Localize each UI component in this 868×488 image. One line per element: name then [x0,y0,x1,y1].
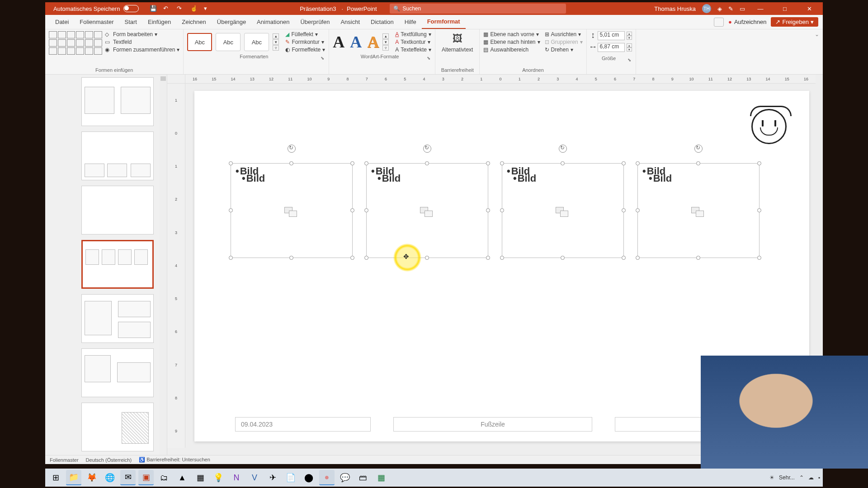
textbox-button[interactable]: ▭Textfeld [105,39,179,45]
selection-pane-button[interactable]: ▤Auswahlbereich [483,47,540,53]
close-button[interactable]: ✕ [800,2,818,15]
tab-einfuegen[interactable]: Einfügen [142,15,176,29]
telegram-icon[interactable]: ✈ [265,470,280,485]
app-icon[interactable]: ▦ [193,470,208,485]
app-icon[interactable]: 🗂 [156,470,172,485]
start-button[interactable]: ⊞ [48,470,63,485]
shapes-gallery[interactable] [49,31,102,55]
vlc-icon[interactable]: ▲ [175,470,190,485]
tab-dictation[interactable]: Dictation [365,15,399,29]
text-outline-button[interactable]: ATextkontur▾ [395,39,431,45]
redo-icon[interactable]: ↷ [177,5,184,12]
dialog-launcher-icon[interactable]: ⬊ [321,56,325,61]
tab-hilfe[interactable]: Hilfe [399,15,422,29]
tab-uebergaenge[interactable]: Übergänge [212,15,251,29]
picture-placeholder[interactable]: BildBild [231,163,353,258]
height-input[interactable]: ⭥5,01 cm▴▾ [590,31,632,40]
picture-placeholder[interactable]: BildBild [637,163,760,258]
excel-icon[interactable]: ▦ [373,470,389,485]
smiley-shape[interactable] [751,109,787,144]
record-button[interactable]: ●Aufzeichnen [728,19,766,25]
send-backward-button[interactable]: ▦Ebene nach hinten▾ [483,39,540,45]
style-preset-3[interactable]: Abc [244,33,269,51]
slide-number-placeholder[interactable] [615,417,705,432]
align-button[interactable]: ⊞Ausrichten▾ [545,31,583,38]
chrome-icon[interactable]: 🌐 [102,470,118,485]
thumbnail-panel[interactable] [45,75,167,455]
dialog-launcher-icon[interactable]: ⬊ [427,56,431,61]
tray-app-icon[interactable]: ▪ [818,474,820,481]
tab-folienmaster[interactable]: Folienmaster [74,15,119,29]
firefox-icon[interactable]: 🦊 [84,470,99,485]
autosave-toggle[interactable]: Automatisches Speichern [53,5,139,12]
tab-start[interactable]: Start [119,15,142,29]
rotate-button[interactable]: ↻Drehen▾ [545,47,583,53]
layout-thumbnail[interactable] [81,131,154,180]
picture-icon[interactable] [691,207,706,218]
wordart-preset-1[interactable]: A [333,33,344,52]
layout-thumbnail[interactable] [81,186,154,235]
minimize-button[interactable]: — [751,2,769,15]
app-icon[interactable]: 📄 [283,470,298,485]
app-icon[interactable]: 💡 [211,470,226,485]
avatar-icon[interactable]: TH [702,4,711,13]
date-placeholder[interactable]: 09.04.2023 [235,417,371,432]
dialog-launcher-icon[interactable]: ⬊ [627,57,632,62]
status-master[interactable]: Folienmaster [50,457,79,463]
share-button[interactable]: ↗Freigeben▾ [771,17,818,27]
picture-icon[interactable] [284,207,299,218]
tab-formformat[interactable]: Formformat [422,15,466,29]
app-icon[interactable]: ● [319,470,335,485]
more-icon[interactable]: ▾ [204,5,211,12]
layout-thumbnail[interactable] [81,77,154,126]
system-tray[interactable]: ☀ Sehr... ⌃ ☁ ▪ [769,474,820,481]
outlook-icon[interactable]: ✉ [120,470,136,485]
status-accessibility[interactable]: ♿ Barrierefreiheit: Untersuchen [139,457,210,463]
status-language[interactable]: Deutsch (Österreich) [86,457,132,463]
search-input[interactable]: 🔍 Suchen [390,4,566,14]
shape-effects-button[interactable]: ◐Formeffekte▾ [285,47,325,53]
rotate-handle-icon[interactable] [423,145,431,153]
layout-thumbnail[interactable] [81,403,154,451]
diamond-icon[interactable]: ◈ [717,5,722,12]
maximize-button[interactable]: □ [776,2,794,15]
tray-cloud-icon[interactable]: ☁ [808,474,814,481]
picture-icon[interactable] [420,207,434,218]
app-icon[interactable]: 🗃 [355,470,371,485]
user-name[interactable]: Thomas Hruska [654,5,696,12]
text-fill-button[interactable]: ATextfüllung▾ [395,31,431,38]
undo-icon[interactable]: ↶ [163,5,170,12]
window-icon[interactable]: ▭ [740,5,745,12]
wordart-gallery-more[interactable]: ▴▾▿ [382,33,389,51]
powerpoint-icon[interactable]: ▣ [138,470,154,485]
width-input[interactable]: ⭤6,87 cm▴▾ [590,43,632,52]
comments-button[interactable] [714,18,724,27]
onenote-icon[interactable]: N [229,470,244,485]
style-gallery-more[interactable]: ▴▾▿ [273,33,279,51]
obs-icon[interactable]: ⬤ [301,470,316,485]
rotate-handle-icon[interactable] [694,145,703,153]
rotate-handle-icon[interactable] [559,145,567,153]
tab-zeichnen[interactable]: Zeichnen [176,15,211,29]
style-preset-2[interactable]: Abc [216,33,241,51]
collapse-ribbon-icon[interactable]: ⌄ [811,29,823,74]
style-preset-1[interactable]: Abc [187,33,212,51]
tab-animationen[interactable]: Animationen [251,15,295,29]
weather-icon[interactable]: ☀ [769,474,774,481]
layout-thumbnail[interactable] [81,294,154,343]
tab-datei[interactable]: Datei [50,15,74,29]
visio-icon[interactable]: V [247,470,262,485]
tab-ueberpruefen[interactable]: Überprüfen [295,15,335,29]
footer-placeholder[interactable]: Fußzeile [393,417,592,432]
picture-placeholder[interactable]: BildBild [366,163,488,258]
discord-icon[interactable]: 💬 [337,470,353,485]
wordart-preset-2[interactable]: A [350,33,362,52]
layout-thumbnail-selected[interactable] [81,240,154,289]
merge-shapes-button[interactable]: ◉Formen zusammenführen▾ [105,47,179,53]
rotate-handle-icon[interactable] [288,145,296,153]
group-button[interactable]: ⊡Gruppieren▾ [545,39,583,45]
tab-ansicht[interactable]: Ansicht [335,15,365,29]
alt-text-button[interactable]: 🖼 Alternativtext [439,31,476,55]
layout-thumbnail[interactable] [81,348,154,397]
pen-icon[interactable]: ✎ [728,5,733,12]
